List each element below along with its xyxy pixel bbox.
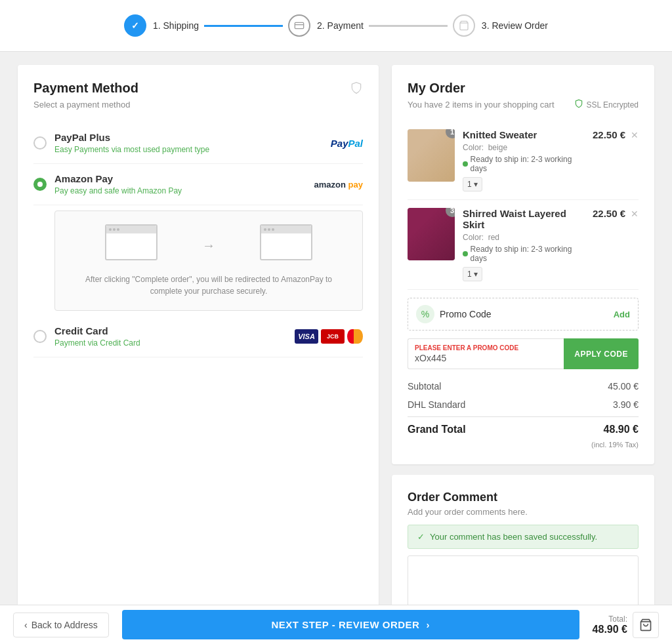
promo-input-label: PLEASE ENTER A PROMO CODE (415, 344, 557, 352)
shipping-row: DHL Standard 3.90 € (408, 395, 639, 414)
skirt-price: 22.50 € (593, 208, 625, 219)
order-subtitle-row: You have 2 items in your shopping cart S… (408, 98, 639, 111)
skirt-ship: Ready to ship in: 2-3 working days (463, 245, 585, 263)
comment-subtitle: Add your order comments here. (408, 507, 639, 517)
grand-total-row: Grand Total 48.90 € (408, 416, 639, 439)
mastercard-logo (347, 329, 363, 344)
footer-total: Total: 48.90 € (593, 614, 627, 635)
back-chevron-icon: ‹ (24, 620, 28, 630)
subtotal-row: Subtotal 45.00 € (408, 377, 639, 395)
step-2: 2. Payment (288, 14, 364, 37)
cc-logos: VISA JCB (295, 329, 363, 344)
skirt-image: 3 (408, 208, 455, 260)
grand-value: 48.90 € (604, 424, 639, 435)
order-section: My Order You have 2 items in your shoppi… (392, 65, 654, 464)
credit-radio[interactable] (33, 330, 47, 343)
redirect-text: After clicking "Complete order", you wil… (68, 273, 349, 297)
amazon-desc: Pay easy and safe with Amazon Pay (54, 186, 306, 195)
promo-icon: % (416, 305, 434, 323)
paypal-desc: Easy Payments via most used payment type (54, 145, 323, 154)
step-2-circle (288, 14, 310, 37)
step-3-circle (453, 14, 475, 37)
footer-total-label: Total: (593, 614, 627, 624)
subtotal-label: Subtotal (408, 381, 441, 392)
order-title: My Order (408, 81, 639, 96)
footer-total-amount: 48.90 € (593, 624, 627, 635)
promo-input-container: PLEASE ENTER A PROMO CODE xOx445 (408, 338, 564, 369)
shipping-value: 3.90 € (613, 399, 639, 410)
payment-title: Payment Method (33, 81, 138, 96)
skirt-color: Color: red (463, 233, 585, 242)
order-subtitle: You have 2 items in your shopping cart (408, 100, 555, 110)
sweater-price: 22.50 € (593, 129, 625, 140)
sweater-remove-btn[interactable]: ✕ (631, 130, 639, 140)
amazon-name: Amazon Pay (54, 173, 306, 184)
credit-info: Credit Card Payment via Credit Card (54, 325, 287, 348)
subtotal-value: 45.00 € (608, 381, 639, 392)
sweater-details: Knitted Sweater Color: beige Ready to sh… (463, 129, 585, 191)
amazon-redirect-box: → After clicking "Complete order", you w… (54, 211, 363, 311)
ssl-badge: SSL Encrypted (574, 98, 639, 111)
order-item-2: 3 Shirred Waist Layered Skirt Color: red… (408, 200, 639, 290)
cart-icon-btn[interactable] (633, 612, 659, 638)
green-dot-icon-2 (463, 251, 468, 256)
back-button-label: Back to Address (32, 620, 98, 630)
skirt-remove-btn[interactable]: ✕ (631, 209, 639, 219)
back-button[interactable]: ‹ Back to Address (13, 613, 109, 637)
payment-panel: Payment Method Select a payment method P… (18, 65, 379, 639)
step-3: 3. Review Order (453, 14, 548, 37)
payment-subtitle: Select a payment method (33, 100, 138, 110)
visa-logo: VISA (295, 329, 318, 344)
credit-option[interactable]: Credit Card Payment via Credit Card VISA… (33, 316, 363, 357)
paypal-logo: PayPal (331, 138, 363, 149)
payment-titles: Payment Method Select a payment method (33, 81, 138, 123)
amazon-radio[interactable] (33, 178, 47, 191)
step-3-label: 3. Review Order (482, 20, 548, 31)
step-line-2 (369, 25, 448, 27)
step-1: ✓ 1. Shipping (124, 14, 199, 37)
amazon-logo: amazon pay (314, 180, 363, 190)
paypal-name: PayPal Plus (54, 132, 323, 143)
sweater-name: Knitted Sweater (463, 129, 585, 140)
sweater-ship: Ready to ship in: 2-3 working days (463, 155, 585, 173)
credit-name: Credit Card (54, 325, 287, 336)
promo-apply-btn[interactable]: APPLY CODE (564, 338, 639, 369)
browser-icon-2 (260, 224, 312, 260)
sweater-image: 1 (408, 129, 455, 182)
progress-bar: ✓ 1. Shipping 2. Payment 3. Review Order (0, 0, 672, 52)
promo-input-row: PLEASE ENTER A PROMO CODE xOx445 APPLY C… (408, 338, 639, 369)
next-step-button[interactable]: NEXT STEP - REVIEW ORDER › (122, 610, 579, 639)
comment-success: ✓ Your comment has been saved successful… (408, 525, 639, 549)
promo-input-value[interactable]: xOx445 (415, 353, 557, 363)
paypal-option[interactable]: PayPal Plus Easy Payments via most used … (33, 123, 363, 164)
promo-left: % Promo Code (416, 305, 492, 323)
promo-row: % Promo Code Add (408, 298, 639, 331)
step-1-circle: ✓ (124, 14, 146, 37)
sweater-price-row: 22.50 € ✕ (593, 129, 639, 140)
success-message: Your comment has been saved successfully… (430, 532, 597, 542)
shield-icon (350, 81, 363, 98)
main-content: Payment Method Select a payment method P… (5, 52, 667, 644)
ssl-label: SSL Encrypted (586, 100, 639, 110)
footer: ‹ Back to Address NEXT STEP - REVIEW ORD… (0, 605, 672, 644)
amazon-option[interactable]: Amazon Pay Pay easy and safe with Amazon… (33, 164, 363, 205)
browser-icon (105, 224, 158, 260)
skirt-price-row: 22.50 € ✕ (593, 208, 639, 219)
success-check-icon: ✓ (417, 532, 425, 542)
step-1-label: 1. Shipping (153, 20, 199, 31)
next-chevron-icon: › (426, 619, 430, 630)
sweater-qty-select[interactable]: 1 ▾ (463, 177, 482, 191)
ssl-shield-icon (574, 98, 583, 111)
promo-add-btn[interactable]: Add (614, 310, 630, 319)
shipping-label: DHL Standard (408, 399, 465, 410)
paypal-info: PayPal Plus Easy Payments via most used … (54, 132, 323, 154)
comment-title: Order Comment (408, 491, 639, 504)
paypal-radio[interactable] (33, 136, 47, 150)
amazon-info: Amazon Pay Pay easy and safe with Amazon… (54, 173, 306, 195)
cart-icon (639, 618, 652, 632)
credit-desc: Payment via Credit Card (54, 338, 287, 348)
tax-note: (incl. 19% Tax) (408, 441, 639, 449)
skirt-qty-select[interactable]: 1 ▾ (463, 267, 482, 281)
right-panel: My Order You have 2 items in your shoppi… (392, 65, 654, 639)
green-dot-icon (463, 161, 468, 167)
